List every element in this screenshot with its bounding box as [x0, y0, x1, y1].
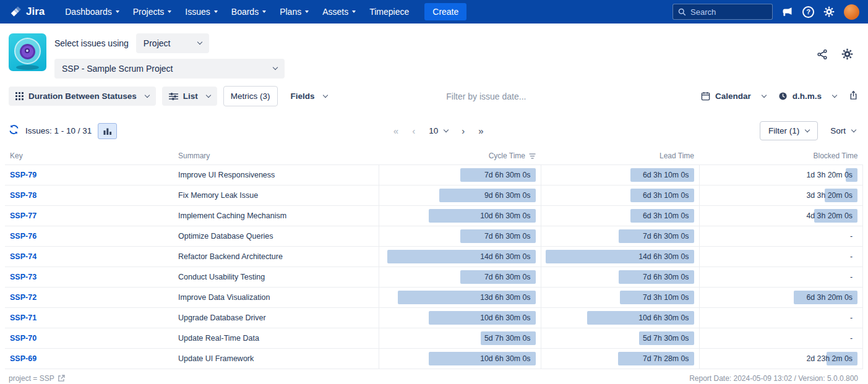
page-size-select[interactable]: 10	[429, 126, 448, 135]
blocked-cell: 3d 3h 20m 0s	[699, 186, 863, 206]
create-button[interactable]: Create	[424, 3, 466, 20]
duration-format-select[interactable]: d.h.m.s	[778, 92, 836, 101]
duration-text: 7d 6h 30m 0s	[484, 171, 536, 179]
user-avatar[interactable]	[844, 4, 859, 20]
duration-text: 6d 3h 10m 0s	[643, 191, 694, 200]
issue-key[interactable]: SSP-76	[10, 232, 37, 241]
cycle-cell: 7d 6h 30m 0s	[379, 165, 541, 186]
issue-key[interactable]: SSP-71	[10, 314, 37, 322]
issue-summary: Update UI Framework	[178, 354, 254, 363]
bar-chart-icon	[103, 127, 112, 135]
issue-summary: Upgrade Database Driver	[178, 314, 266, 322]
duration-text: 1d 3h 20m 0s	[806, 171, 857, 179]
table-header-row: Key Summary Cycle Time Lead Time Blocked…	[5, 148, 863, 165]
duration-text: 6d 3h 20m 0s	[806, 293, 857, 302]
chevron-down-icon	[116, 11, 119, 13]
search-input[interactable]	[690, 7, 763, 17]
nav-item-label: Dashboards	[65, 7, 112, 17]
blocked-cell: 6d 3h 20m 0s	[699, 288, 863, 308]
last-page-button[interactable]: »	[478, 126, 483, 135]
chevron-down-icon	[322, 92, 327, 97]
table-row[interactable]: SSP-78 Fix Memory Leak Issue 9d 6h 30m 0…	[5, 186, 863, 206]
lead-cell: 6d 3h 10m 0s	[541, 165, 699, 186]
issue-key[interactable]: SSP-74	[10, 252, 37, 261]
duration-text: 7d 6h 30m 0s	[643, 232, 694, 241]
top-nav: Jira Dashboards Projects Issues Boards P…	[0, 0, 868, 23]
nav-item-projects[interactable]: Projects	[127, 3, 178, 20]
table-row[interactable]: SSP-69 Update UI Framework 10d 6h 30m 0s…	[5, 349, 863, 369]
issue-key[interactable]: SSP-70	[10, 334, 37, 343]
duration-text: -	[850, 314, 857, 322]
blocked-cell: 1d 3h 20m 0s	[699, 165, 863, 186]
duration-text: 10d 6h 30m 0s	[638, 314, 694, 322]
global-search[interactable]	[672, 4, 773, 20]
issue-key[interactable]: SSP-72	[10, 293, 37, 302]
nav-item-timepiece[interactable]: Timepiece	[364, 3, 415, 20]
issue-key[interactable]: SSP-77	[10, 211, 37, 220]
first-page-button[interactable]: «	[393, 126, 398, 135]
table-row[interactable]: SSP-70 Update Real-Time Data 5d 7h 30m 0…	[5, 328, 863, 349]
col-cycle-time: Cycle Time	[379, 148, 541, 165]
col-summary: Summary	[173, 148, 379, 165]
report-settings-gear-icon[interactable]	[841, 48, 853, 62]
column-filter-icon[interactable]	[529, 153, 536, 159]
nav-item-dashboards[interactable]: Dashboards	[59, 3, 125, 20]
help-icon[interactable]: ?	[802, 6, 814, 18]
chevron-down-icon	[168, 11, 171, 13]
duration-text: -	[850, 273, 857, 281]
nav-item-label: Projects	[133, 7, 165, 17]
issue-source-select[interactable]: Project	[136, 33, 209, 53]
cycle-cell: 13d 6h 30m 0s	[379, 288, 541, 308]
jira-brand[interactable]: Jira	[9, 6, 45, 19]
issue-key[interactable]: SSP-73	[10, 273, 37, 281]
calendar-select[interactable]: Calendar	[701, 92, 766, 101]
table-row[interactable]: SSP-74 Refactor Backend Architecture 14d…	[5, 247, 863, 267]
nav-item-assets[interactable]: Assets	[317, 3, 361, 20]
feedback-megaphone-icon[interactable]	[782, 7, 793, 17]
external-link-icon[interactable]	[58, 375, 65, 382]
project-select[interactable]: SSP - Sample Scrum Project	[54, 59, 285, 79]
duration-text: -	[850, 334, 857, 343]
blocked-cell: -	[699, 308, 863, 328]
metrics-button[interactable]: Metrics (3)	[223, 86, 278, 106]
app-window: Jira Dashboards Projects Issues Boards P…	[0, 0, 868, 384]
col-key: Key	[5, 148, 173, 165]
issue-date-filter-input[interactable]	[446, 92, 588, 101]
share-icon[interactable]	[817, 49, 828, 62]
issue-key[interactable]: SSP-69	[10, 354, 37, 363]
sort-label: Sort	[830, 126, 846, 135]
table-row[interactable]: SSP-72 Improve Data Visualization 13d 6h…	[5, 288, 863, 308]
report-type-select[interactable]: Duration Between Statuses	[9, 87, 156, 106]
nav-item-issues[interactable]: Issues	[179, 3, 223, 20]
export-icon[interactable]	[849, 90, 858, 103]
duration-text: 9d 6h 30m 0s	[484, 191, 536, 200]
refresh-icon[interactable]	[9, 124, 19, 137]
chart-view-toggle[interactable]	[98, 123, 117, 139]
fields-select[interactable]: Fields	[284, 87, 334, 106]
table-row[interactable]: SSP-79 Improve UI Responsiveness 7d 6h 3…	[5, 165, 863, 186]
prev-page-button[interactable]: ‹	[412, 126, 415, 135]
view-select[interactable]: List	[162, 87, 217, 106]
table-row[interactable]: SSP-71 Upgrade Database Driver 10d 6h 30…	[5, 308, 863, 328]
sort-button[interactable]: Sort	[828, 122, 858, 140]
nav-item-plans[interactable]: Plans	[274, 3, 314, 20]
table-row[interactable]: SSP-77 Implement Caching Mechanism 10d 6…	[5, 206, 863, 226]
issue-summary: Refactor Backend Architecture	[178, 252, 283, 261]
grid-icon	[15, 92, 24, 100]
issue-key[interactable]: SSP-79	[10, 171, 37, 179]
issue-summary: Optimize Database Queries	[178, 232, 273, 241]
report-date-label: Report Date: 2024-05-09 13:02 / Version:…	[689, 374, 858, 383]
table-row[interactable]: SSP-73 Conduct Usability Testing 7d 6h 3…	[5, 267, 863, 288]
chevron-down-icon	[214, 11, 218, 13]
duration-text: 6d 3h 10m 0s	[643, 211, 694, 220]
table-row[interactable]: SSP-76 Optimize Database Queries 7d 6h 3…	[5, 226, 863, 247]
next-page-button[interactable]: ›	[462, 126, 465, 135]
settings-gear-icon[interactable]	[823, 6, 835, 17]
chevron-down-icon	[444, 127, 449, 132]
filter-button[interactable]: Filter (1)	[760, 121, 818, 140]
blocked-cell: 2d 23h 2m 0s	[699, 349, 863, 369]
issue-key[interactable]: SSP-78	[10, 191, 37, 200]
nav-item-boards[interactable]: Boards	[226, 3, 272, 20]
filter-label: Filter (1)	[768, 126, 799, 135]
duration-text: 5d 7h 30m 0s	[484, 334, 536, 343]
